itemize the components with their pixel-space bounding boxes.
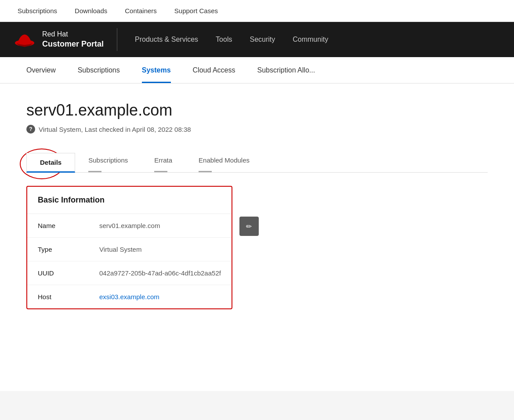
subtab-underline: [154, 171, 167, 172]
redhat-logo-icon: [13, 28, 36, 51]
field-label-uuid: UUID: [27, 261, 89, 285]
tab-cloud-access[interactable]: Cloud Access: [193, 57, 235, 83]
utility-downloads[interactable]: Downloads: [75, 7, 107, 14]
sub-tab-errata[interactable]: Errata: [141, 151, 185, 172]
info-table: Name serv01.example.com Type Virtual Sys…: [27, 214, 232, 308]
sub-tab-subscriptions[interactable]: Subscriptions: [75, 151, 141, 172]
tab-nav: Overview Subscriptions Systems Cloud Acc…: [0, 57, 514, 83]
table-row: Host exsi03.example.com: [27, 285, 232, 309]
field-label-type: Type: [27, 238, 89, 261]
brand-line1: Red Hat: [42, 30, 104, 39]
nav-security[interactable]: Security: [250, 36, 275, 43]
basic-info-title: Basic Information: [27, 187, 232, 214]
field-value-type: Virtual System: [89, 238, 232, 261]
nav-links: Products & Services Tools Security Commu…: [135, 36, 328, 43]
info-circle-icon: ?: [26, 125, 35, 134]
sub-tab-enabled-modules[interactable]: Enabled Modules: [185, 151, 263, 172]
sub-tab-details[interactable]: Details: [26, 153, 75, 173]
table-row: UUID 042a9727-205b-47ad-a06c-4df1cb2aa52…: [27, 261, 232, 285]
subtab-underline: [88, 171, 101, 172]
sub-tabs: Details Subscriptions Errata Enabled Mod…: [26, 151, 488, 173]
nav-products-services[interactable]: Products & Services: [135, 36, 198, 43]
edit-button[interactable]: ✏: [239, 217, 259, 236]
details-tab-wrapper: Details: [26, 153, 75, 172]
field-value-host[interactable]: exsi03.example.com: [89, 285, 232, 309]
portal-name: Red Hat Customer Portal: [42, 30, 104, 49]
tab-overview[interactable]: Overview: [26, 57, 56, 83]
tab-systems[interactable]: Systems: [142, 57, 171, 83]
edit-button-wrapper: ✏: [239, 217, 259, 236]
subtab-underline: [199, 171, 212, 172]
utility-support-cases[interactable]: Support Cases: [174, 7, 218, 14]
table-row: Name serv01.example.com: [27, 214, 232, 238]
field-value-name: serv01.example.com: [89, 214, 232, 238]
field-value-uuid: 042a9727-205b-47ad-a06c-4df1cb2aa52f: [89, 261, 232, 285]
basic-info-card: Basic Information Name serv01.example.co…: [26, 186, 232, 309]
utility-subscriptions[interactable]: Subscriptions: [18, 7, 57, 14]
table-row: Type Virtual System: [27, 238, 232, 261]
tab-subscription-allo[interactable]: Subscription Allo...: [257, 57, 315, 83]
host-link[interactable]: exsi03.example.com: [99, 293, 159, 301]
utility-bar: Subscriptions Downloads Containers Suppo…: [0, 0, 514, 22]
main-nav: Red Hat Customer Portal Products & Servi…: [0, 22, 514, 57]
brand-line2: Customer Portal: [42, 39, 104, 49]
system-meta-text: Virtual System, Last checked in April 08…: [39, 126, 191, 133]
system-meta: ? Virtual System, Last checked in April …: [26, 125, 488, 134]
field-label-host: Host: [27, 285, 89, 309]
utility-containers[interactable]: Containers: [125, 7, 157, 14]
system-title: serv01.example.com: [26, 101, 488, 119]
logo-area: Red Hat Customer Portal: [13, 28, 117, 51]
field-label-name: Name: [27, 214, 89, 238]
nav-community[interactable]: Community: [293, 36, 328, 43]
page-content: serv01.example.com ? Virtual System, Las…: [0, 83, 514, 391]
nav-tools[interactable]: Tools: [216, 36, 232, 43]
tab-subscriptions[interactable]: Subscriptions: [78, 57, 120, 83]
